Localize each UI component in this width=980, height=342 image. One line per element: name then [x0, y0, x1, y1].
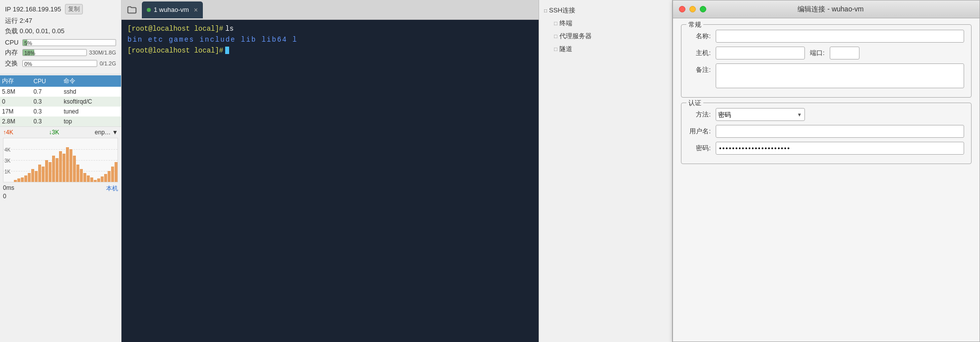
dialog-body: 常规 名称: 主机: 端口: 备注: 认证 方法:: [673, 18, 980, 170]
swap-progress-bar: 0%: [22, 60, 97, 67]
proc-cell-cmd: top: [61, 116, 121, 126]
chart-bar: [83, 173, 86, 182]
chart-bar: [108, 171, 111, 182]
tab-wuhao-vm[interactable]: 1 wuhao-vm ×: [142, 1, 203, 18]
local-label: 本机: [106, 184, 118, 193]
swap-detail: 0/1.2G: [100, 60, 116, 66]
mem-progress-bar: 18%: [22, 49, 87, 56]
term-cursor: [225, 47, 229, 54]
term-line-2: [root@localhost local]#: [127, 47, 533, 55]
chart-bars: [14, 138, 118, 182]
method-label: 方法:: [688, 110, 711, 119]
proc-cell-cpu: 0.7: [31, 87, 61, 97]
tab-title: 1 wuhao-vm: [154, 6, 189, 13]
name-label: 名称:: [688, 32, 711, 41]
host-input[interactable]: [716, 47, 805, 59]
cpu-label: CPU: [5, 39, 20, 46]
username-label: 用户名:: [688, 127, 711, 136]
ping-value: 0ms: [3, 184, 14, 193]
chart-bar: [76, 165, 79, 182]
terminal[interactable]: [root@localhost local]# ls bin etc games…: [122, 20, 539, 342]
chart-bar: [90, 177, 93, 182]
copy-button[interactable]: 复制: [65, 4, 83, 14]
method-select-wrapper: 密码 公钥 键盘交互 ▼: [716, 108, 805, 121]
notes-textarea[interactable]: [716, 63, 964, 88]
chart-bar: [73, 156, 76, 182]
sidebar: IP 192.168.199.195 复制 运行 2:47 负载 0.00, 0…: [0, 0, 122, 342]
tree-tunnel-icon: □: [554, 46, 557, 52]
term-line-output: bin etc games include lib lib64 l: [127, 36, 533, 44]
cpu-pct: 5%: [24, 40, 32, 46]
method-row: 方法: 密码 公钥 键盘交互 ▼: [688, 108, 964, 121]
chart-bar: [35, 171, 38, 182]
tree-item-proxy[interactable]: □ 代理服务器: [552, 30, 669, 43]
username-row: 用户名:: [688, 125, 964, 138]
password-row: 密码:: [688, 142, 964, 155]
chart-bar: [17, 178, 20, 182]
tab-bar: 1 wuhao-vm ×: [122, 0, 539, 20]
tab-status-dot: [147, 8, 151, 12]
general-section: 常规 名称: 主机: 端口: 备注:: [681, 24, 972, 98]
proc-cell-mem: 5.8M: [0, 87, 31, 97]
chart-bar: [59, 151, 62, 182]
main-area: 1 wuhao-vm × [root@localhost local]# ls …: [122, 0, 539, 342]
table-row: 5.8M0.7sshd: [0, 87, 121, 97]
chart-bar: [24, 175, 27, 182]
proc-cell-cpu: 0.3: [31, 116, 61, 126]
tree-item-tunnel[interactable]: □ 隧道: [552, 43, 669, 56]
tree-tunnel-label: 隧道: [559, 45, 572, 54]
chart-bar: [97, 178, 100, 182]
tree-proxy-label: 代理服务器: [559, 32, 592, 41]
swap-label: 交换: [5, 59, 20, 68]
process-table: 内存 CPU 命令 5.8M0.7sshd00.3ksoftirqd/C17M0…: [0, 75, 121, 126]
chart-bar: [52, 156, 55, 182]
port-input[interactable]: [830, 47, 859, 59]
tree-toggle-icon: □: [544, 8, 547, 13]
chart-bar: [69, 149, 72, 182]
folder-icon[interactable]: [124, 2, 140, 18]
net-up: ↑4K: [3, 129, 13, 136]
notes-label: 备注:: [688, 65, 711, 74]
term-prompt-1: [root@localhost local]#: [127, 25, 223, 33]
chart-bar: [62, 154, 65, 182]
term-line-1: [root@localhost local]# ls: [127, 25, 533, 33]
window-close-button[interactable]: [679, 6, 685, 12]
chart-bar: [21, 177, 24, 182]
chart-bar: [115, 162, 118, 182]
ping-row: 0ms 本机: [3, 184, 118, 193]
name-input[interactable]: [716, 30, 964, 43]
tab-close-button[interactable]: ×: [194, 6, 198, 14]
tree-root-ssh[interactable]: □ SSH连接: [542, 4, 669, 17]
method-select[interactable]: 密码 公钥 键盘交互: [716, 108, 805, 121]
notes-row: 备注:: [688, 63, 964, 88]
edit-connection-dialog: 编辑连接 - wuhao-vm 常规 名称: 主机: 端口: 备注: 认证: [673, 0, 980, 342]
table-row: 17M0.3tuned: [0, 107, 121, 116]
term-command-1: ls: [225, 25, 234, 33]
chart-bar: [101, 176, 104, 182]
tree-item-terminal[interactable]: □ 终端: [552, 17, 669, 30]
password-input[interactable]: [716, 142, 964, 155]
mem-detail: 330M/1.8G: [89, 50, 116, 56]
proc-cell-cmd: sshd: [61, 87, 121, 97]
swap-row: 交换 0% 0/1.2G: [5, 59, 116, 68]
chevron-down-icon[interactable]: ▼: [112, 129, 118, 136]
net-iface: enp… ▼: [95, 129, 118, 136]
proc-cell-cmd: ksoftirqd/C: [61, 97, 121, 107]
chart-bar: [56, 158, 59, 182]
proc-header-mem: 内存: [0, 75, 31, 87]
password-label: 密码:: [688, 144, 711, 153]
chart-bar: [111, 167, 114, 182]
chart-bar: [45, 160, 48, 182]
tree-children: □ 终端 □ 代理服务器 □ 隧道: [542, 17, 669, 56]
general-legend: 常规: [686, 20, 703, 29]
cpu-progress-bar: 5%: [22, 39, 116, 46]
sidebar-top: IP 192.168.199.195 复制 运行 2:47 负载 0.00, 0…: [0, 0, 121, 74]
username-input[interactable]: [716, 125, 964, 138]
auth-legend: 认证: [686, 99, 703, 108]
chart-label-1k: 1K: [4, 169, 10, 174]
ping-zero: 0: [3, 193, 118, 200]
tree-proxy-icon: □: [554, 33, 557, 39]
mem-label: 内存: [5, 48, 20, 57]
term-prompt-2: [root@localhost local]#: [127, 47, 223, 55]
cpu-row: CPU 5%: [5, 39, 116, 46]
